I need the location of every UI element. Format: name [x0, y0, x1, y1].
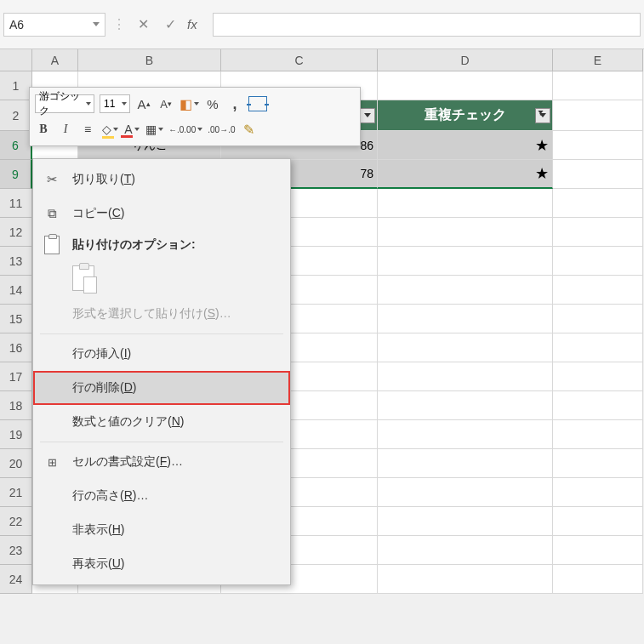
- cell-E16[interactable]: [553, 333, 643, 362]
- cell-D1[interactable]: [378, 71, 553, 100]
- confirm-formula-icon[interactable]: ✓: [160, 16, 180, 32]
- italic-button[interactable]: I: [57, 120, 74, 139]
- filter-active-icon[interactable]: [535, 108, 550, 123]
- cell-D2[interactable]: 重複チェック: [378, 100, 553, 131]
- col-header-C[interactable]: C: [221, 49, 378, 71]
- filter-dropdown-icon[interactable]: [360, 108, 375, 123]
- decrease-decimal-button[interactable]: .00→.0: [208, 120, 235, 139]
- comma-style-button[interactable]: ,: [226, 94, 243, 113]
- cell-E2[interactable]: [553, 100, 643, 131]
- cell-D12[interactable]: [378, 218, 553, 247]
- row-header-2[interactable]: 2: [0, 100, 32, 131]
- row-header-14[interactable]: 14: [0, 276, 32, 305]
- menu-format-cells[interactable]: ⊞ セルの書式設定(F)…: [33, 445, 290, 479]
- font-name-combo[interactable]: 游ゴシック: [35, 94, 94, 113]
- cell-D19[interactable]: [378, 420, 553, 449]
- menu-unhide[interactable]: 再表示(U): [33, 547, 290, 581]
- name-box[interactable]: A6: [3, 13, 105, 37]
- cell-E21[interactable]: [553, 478, 643, 507]
- font-color-button[interactable]: A: [123, 120, 140, 139]
- row-header-11[interactable]: 11: [0, 189, 32, 218]
- row-header-13[interactable]: 13: [0, 247, 32, 276]
- cell-E17[interactable]: [553, 362, 643, 391]
- cell-E19[interactable]: [553, 420, 643, 449]
- cell-D22[interactable]: [378, 507, 553, 536]
- borders-button[interactable]: ▦: [145, 120, 163, 139]
- menu-paste-default[interactable]: [33, 259, 290, 297]
- select-all-corner[interactable]: [0, 49, 32, 71]
- menu-delete-row[interactable]: 行の削除(D): [33, 371, 290, 405]
- cell-D18[interactable]: [378, 391, 553, 420]
- decrease-font-button[interactable]: A▾: [157, 94, 174, 113]
- cell-styles-button[interactable]: ◧: [180, 94, 199, 113]
- row-header-22[interactable]: 22: [0, 507, 32, 536]
- cell-E22[interactable]: [553, 507, 643, 536]
- cell-D14[interactable]: [378, 276, 553, 305]
- row-header-23[interactable]: 23: [0, 536, 32, 565]
- menu-paste-special: 形式を選択して貼り付け(S)…: [33, 297, 290, 331]
- row-header-17[interactable]: 17: [0, 362, 32, 391]
- percent-button[interactable]: %: [204, 94, 221, 113]
- cell-D13[interactable]: [378, 247, 553, 276]
- cell-E14[interactable]: [553, 276, 643, 305]
- cell-D23[interactable]: [378, 536, 553, 565]
- increase-font-button[interactable]: A▴: [135, 94, 152, 113]
- cell-D11[interactable]: [378, 189, 553, 218]
- cell-E6[interactable]: [553, 131, 643, 160]
- formula-input[interactable]: [213, 13, 641, 37]
- fx-label[interactable]: fx: [187, 17, 197, 31]
- cell-D21[interactable]: [378, 478, 553, 507]
- bold-button[interactable]: B: [35, 120, 52, 139]
- format-cells-icon: ⊞: [48, 456, 57, 469]
- merge-button[interactable]: [248, 94, 267, 113]
- menu-cut[interactable]: ✂ 切り取り(T): [33, 162, 290, 197]
- menu-clear-contents[interactable]: 数式と値のクリア(N): [33, 405, 290, 439]
- cell-D16[interactable]: [378, 333, 553, 362]
- menu-insert-row[interactable]: 行の挿入(I): [33, 337, 290, 371]
- cell-E24[interactable]: [553, 565, 643, 594]
- row-header-19[interactable]: 19: [0, 420, 32, 449]
- row-header-18[interactable]: 18: [0, 391, 32, 420]
- menu-hide[interactable]: 非表示(H): [33, 513, 290, 547]
- cell-D24[interactable]: [378, 565, 553, 594]
- fill-color-button[interactable]: ◇: [101, 120, 118, 139]
- col-header-D[interactable]: D: [378, 49, 553, 71]
- increase-decimal-button[interactable]: ←.0.00: [168, 120, 202, 139]
- row-headers: 1 2 6 9 11 12 13 14 15 16 17 18 19 20 21…: [0, 71, 32, 594]
- col-header-B[interactable]: B: [78, 49, 221, 71]
- cell-E12[interactable]: [553, 218, 643, 247]
- menu-separator: [40, 333, 283, 334]
- cancel-formula-icon[interactable]: ✕: [133, 16, 153, 32]
- col-header-E[interactable]: E: [553, 49, 643, 71]
- cell-E23[interactable]: [553, 536, 643, 565]
- row-header-1[interactable]: 1: [0, 71, 32, 100]
- cell-E18[interactable]: [553, 391, 643, 420]
- menu-row-height[interactable]: 行の高さ(R)…: [33, 479, 290, 513]
- row-header-24[interactable]: 24: [0, 565, 32, 594]
- col-header-A[interactable]: A: [32, 49, 78, 71]
- cell-E1[interactable]: [553, 71, 643, 100]
- copy-icon: ⧉: [48, 206, 57, 221]
- cell-E9[interactable]: [553, 160, 643, 189]
- cell-E13[interactable]: [553, 247, 643, 276]
- row-header-16[interactable]: 16: [0, 333, 32, 362]
- row-header-20[interactable]: 20: [0, 449, 32, 478]
- cell-D9[interactable]: ★: [378, 160, 553, 189]
- row-header-21[interactable]: 21: [0, 478, 32, 507]
- cell-E20[interactable]: [553, 449, 643, 478]
- menu-copy[interactable]: ⧉ コピー(C): [33, 197, 290, 231]
- align-button[interactable]: ≡: [79, 120, 96, 139]
- cell-D20[interactable]: [378, 449, 553, 478]
- cell-E11[interactable]: [553, 189, 643, 218]
- format-painter-button[interactable]: ✎: [241, 120, 258, 139]
- cell-E15[interactable]: [553, 305, 643, 333]
- cell-D17[interactable]: [378, 362, 553, 391]
- header-d2-label: 重複チェック: [425, 106, 506, 124]
- font-size-combo[interactable]: 11: [100, 94, 130, 113]
- row-header-6[interactable]: 6: [0, 131, 32, 160]
- row-header-9[interactable]: 9: [0, 160, 32, 189]
- cell-D6[interactable]: ★: [378, 131, 553, 160]
- cell-D15[interactable]: [378, 305, 553, 333]
- row-header-15[interactable]: 15: [0, 305, 32, 333]
- row-header-12[interactable]: 12: [0, 218, 32, 247]
